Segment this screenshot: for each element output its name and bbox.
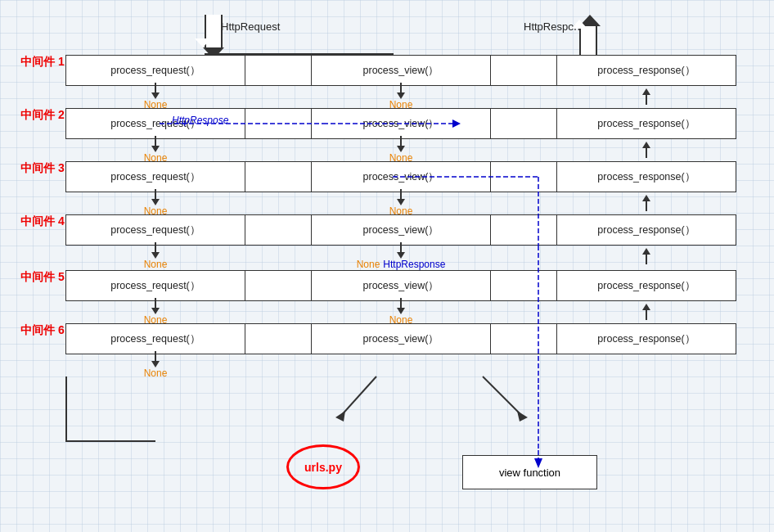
mw3-process-response: process_response(） [556, 161, 736, 192]
httpresponse-arrow [579, 15, 597, 59]
arrow-row-3: None None [65, 192, 736, 214]
arrow-row-6: None [65, 354, 245, 376]
mw2-process-view: process_view(） [311, 108, 491, 139]
arrow-row-1: None None [65, 86, 736, 107]
mw2-row: 中间件 2 process_request(） process_view(） p… [65, 108, 736, 139]
mw5-label: 中间件 5 [20, 270, 65, 285]
diagram-container: HttpRequest HttpResponse 中间件 1 process_r… [16, 8, 753, 524]
httprequest-label: HttpRequest [221, 20, 280, 33]
urls-circle: urls.py [286, 444, 360, 489]
mw3-process-view: process_view(） [311, 161, 491, 192]
mw4-process-request: process_request(） [65, 214, 245, 246]
mw3-label: 中间件 3 [20, 161, 65, 176]
mw5-row: 中间件 5 process_request(） process_view(） p… [65, 270, 736, 301]
mw4-process-view: process_view(） [311, 214, 491, 246]
view-function-label: view function [499, 467, 560, 479]
arrow-row-5: None None [65, 301, 736, 322]
mw1-row: 中间件 1 process_request(） process_view(） p… [65, 55, 736, 86]
mw5-process-view: process_view(） [311, 270, 491, 301]
urls-label: urls.py [304, 461, 342, 474]
httprequest-arrow [203, 15, 224, 59]
mw6-process-request: process_request(） [65, 323, 245, 354]
mw4-label: 中间件 4 [20, 214, 65, 229]
mw5-process-request: process_request(） [65, 270, 245, 301]
mw1-process-response: process_response(） [556, 55, 736, 86]
svg-marker-3 [517, 411, 528, 422]
mw6-label: 中间件 6 [20, 323, 65, 338]
mw6-process-response: process_response(） [556, 323, 736, 354]
httpresponse-label2: HttpResponse [383, 259, 445, 270]
mw4-row: 中间件 4 process_request(） process_view(） p… [65, 214, 736, 246]
mw2-label: 中间件 2 [20, 108, 65, 123]
mw5-process-response: process_response(） [556, 270, 736, 301]
mw3-row: 中间件 3 process_request(） process_view(） p… [65, 161, 736, 192]
mw1-label: 中间件 1 [20, 55, 65, 70]
mw2-process-response: process_response(） [556, 108, 736, 139]
bottom-arrows-svg [327, 352, 556, 450]
mw3-process-request: process_request(） [65, 161, 245, 192]
mw6-process-view: process_view(） [311, 323, 491, 354]
mw6-row: 中间件 6 process_request(） process_view(） p… [65, 323, 736, 354]
svg-line-2 [483, 376, 524, 417]
mw1-process-request: process_request(） [65, 55, 245, 86]
svg-marker-1 [335, 411, 345, 422]
bottom-left-bracket [65, 376, 155, 442]
mw1-process-view: process_view(） [311, 55, 491, 86]
arrow-row-4: None None HttpResponse [65, 246, 736, 267]
arrow-row-2: None None [65, 139, 736, 160]
svg-line-0 [340, 376, 376, 417]
mw4-process-response: process_response(） [556, 214, 736, 246]
view-function-box: view function [462, 455, 597, 489]
httprespose-blue-label: HttpRespose [172, 115, 228, 126]
